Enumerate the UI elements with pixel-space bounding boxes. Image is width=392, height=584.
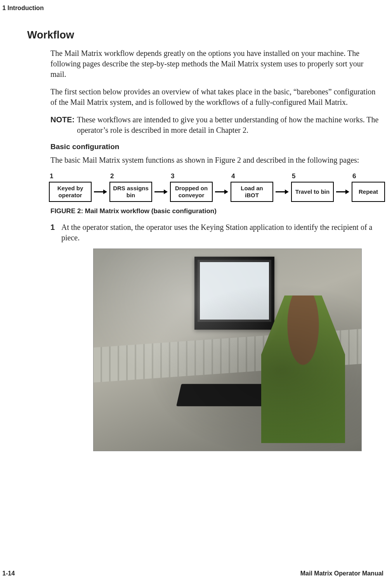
- note-text: These workflows are intended to give you…: [77, 115, 380, 136]
- svg-marker-3: [164, 189, 168, 194]
- workflow-step-number: 4: [231, 172, 235, 180]
- operator-station-photo: [93, 249, 362, 451]
- workflow-diagram: 1 Keyed by operator 2 DRS assigns bin 3 …: [49, 172, 380, 202]
- intro-paragraph-1: The Mail Matrix workflow depends greatly…: [50, 48, 380, 80]
- workflow-step-box: DRS assigns bin: [109, 182, 152, 202]
- section-title: Workflow: [27, 29, 380, 41]
- list-text: At the operator station, the operator us…: [61, 222, 380, 243]
- arrow-icon: [92, 182, 109, 202]
- workflow-step-number: 2: [110, 172, 114, 180]
- workflow-step-number: 3: [171, 172, 174, 180]
- workflow-step-number: 1: [50, 172, 53, 180]
- workflow-step-number: 5: [292, 172, 295, 180]
- arrow-icon: [213, 182, 231, 202]
- svg-marker-7: [285, 189, 289, 194]
- workflow-step-number: 6: [352, 172, 356, 180]
- numbered-step-1: 1 At the operator station, the operator …: [50, 222, 380, 243]
- list-number: 1: [50, 222, 61, 243]
- workflow-step-3: 3 Dropped on conveyor: [170, 172, 213, 202]
- workflow-step-2: 2 DRS assigns bin: [109, 172, 152, 202]
- note-label: NOTE:: [50, 115, 75, 136]
- workflow-step-6: 6 Repeat: [352, 172, 385, 202]
- page-footer: 1-14 Mail Matrix Operator Manual: [2, 570, 383, 577]
- running-header: 1 Introduction: [0, 5, 383, 12]
- workflow-step-box: Travel to bin: [291, 182, 334, 202]
- figure-caption: FIGURE 2: Mail Matrix workflow (basic co…: [50, 207, 380, 215]
- workflow-step-box: Keyed by operator: [49, 182, 92, 202]
- workflow-step-box: Repeat: [352, 182, 385, 202]
- subheading-basic-config: Basic configuration: [50, 143, 380, 151]
- workflow-step-box: Load an iBOT: [231, 182, 273, 202]
- workflow-step-box: Dropped on conveyor: [170, 182, 213, 202]
- svg-marker-1: [103, 189, 107, 194]
- workflow-step-4: 4 Load an iBOT: [231, 172, 273, 202]
- arrow-icon: [152, 182, 170, 202]
- document-title: Mail Matrix Operator Manual: [300, 570, 383, 577]
- workflow-step-5: 5 Travel to bin: [291, 172, 334, 202]
- page-number: 1-14: [2, 570, 15, 577]
- note-block: NOTE: These workflows are intended to gi…: [50, 115, 380, 136]
- intro-paragraph-2: The first section below provides an over…: [50, 87, 380, 108]
- basic-config-intro: The basic Mail Matrix system functions a…: [50, 155, 380, 165]
- svg-marker-5: [224, 189, 228, 194]
- workflow-step-1: 1 Keyed by operator: [49, 172, 92, 202]
- arrow-icon: [273, 182, 291, 202]
- arrow-icon: [334, 182, 352, 202]
- svg-marker-9: [345, 189, 349, 194]
